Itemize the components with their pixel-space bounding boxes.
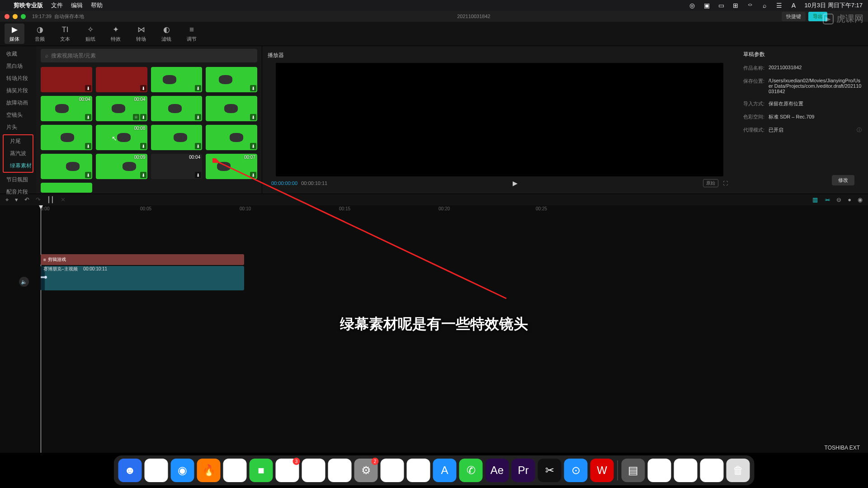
dock-app-icon[interactable]: ✆ [459,459,483,482]
modify-button[interactable]: 修改 [832,175,854,185]
asset-thumb[interactable]: ⬇ [41,125,92,150]
input-icon[interactable]: A [790,2,797,9]
download-icon[interactable]: ⬇ [85,172,91,178]
tab-特效[interactable]: ✦特效 [106,24,126,44]
status-icon[interactable]: ▣ [703,2,710,9]
sidebar-item[interactable]: 转场片段 [0,72,36,85]
dock-app-icon[interactable]: ⊞ [145,459,168,482]
grid-icon[interactable]: ⊞ [732,2,739,9]
spotlight-icon[interactable]: ⌕ [761,2,768,9]
asset-thumb[interactable]: ⬇ [206,125,257,150]
download-icon[interactable]: ⬇ [85,85,91,91]
download-icon[interactable]: ⬇ [140,85,146,91]
select-tool-icon[interactable]: ⌖ [5,196,9,204]
fullscreen-icon[interactable]: ⛶ [723,180,728,186]
sidebar-item[interactable]: 蒸汽波 [4,147,33,160]
tab-转场[interactable]: ⋈转场 [131,24,151,44]
video-preview[interactable] [276,63,723,176]
playhead[interactable] [41,205,41,453]
sidebar-item[interactable]: 节日氛围 [0,174,36,186]
asset-thumb[interactable]: 00:04⬇ [41,96,92,121]
dock-app-icon[interactable]: A [433,459,457,482]
app-name[interactable]: 剪映专业版 [14,1,43,9]
dock-app-icon[interactable]: ▭ [648,459,671,482]
dock-app-icon[interactable]: ▭ [700,459,724,482]
menu-file[interactable]: 文件 [51,1,63,9]
video-track[interactable]: 赛博朋克–主视频 00:00:10:11 [41,266,244,290]
snap-icon[interactable]: ▥ [812,196,818,203]
title-track[interactable]: ≡ 剪辑游戏 [41,254,244,265]
tab-调节[interactable]: ≡调节 [182,24,202,44]
sidebar-item[interactable]: 黑白场 [0,60,36,72]
asset-thumb[interactable]: ⬇ [206,67,257,92]
asset-thumb[interactable]: ⬇ [41,67,92,92]
dock-app-icon[interactable]: ✂ [538,459,561,482]
dock-app-icon[interactable]: ✎ [407,459,430,482]
play-button[interactable]: ▶ [513,180,518,187]
download-icon[interactable]: ⬇ [250,172,256,178]
asset-thumb[interactable]: ⬇ [96,67,147,92]
dock-app-icon[interactable]: ⊙ [564,459,588,482]
sidebar-item[interactable]: 片头 [0,121,36,133]
zoom-fit-icon[interactable]: ◉ [858,196,863,203]
asset-thumb[interactable]: ⬇ [151,125,203,150]
asset-thumb[interactable]: ⬇ [151,96,203,121]
download-icon[interactable]: ⬇ [140,172,146,178]
mute-button[interactable]: 🔈 [19,277,29,287]
tab-滤镜[interactable]: ◐滤镜 [156,24,176,44]
asset-thumb[interactable]: 00:04⬇ [151,154,203,179]
asset-thumb[interactable]: 00:09⬇ [96,154,147,179]
dropdown-icon[interactable]: ▾ [15,196,18,203]
download-icon[interactable]: ⬇ [85,143,91,149]
tab-文本[interactable]: TI文本 [55,24,75,44]
search-input[interactable]: ⌕ 搜索视频场景/元素 [41,49,257,62]
sidebar-item[interactable]: 搞笑片段 [0,85,36,97]
favorite-icon[interactable]: ☆ [133,114,139,120]
download-icon[interactable]: ⬇ [250,85,256,91]
sidebar-item[interactable]: 故障动画 [0,97,36,109]
screen-icon[interactable]: ▭ [717,2,725,9]
dock-app-icon[interactable]: 🔥 [197,459,221,482]
dock-app-icon[interactable]: ☻ [118,459,142,482]
download-icon[interactable]: ⬇ [195,143,201,149]
dock-app-icon[interactable]: Pr [512,459,535,482]
dock-app-icon[interactable]: ▤ [622,459,645,482]
undo-icon[interactable]: ↶ [24,196,29,203]
tab-媒体[interactable]: ▶媒体 [5,24,24,44]
dock-app-icon[interactable]: ✿ [223,459,247,482]
split-icon[interactable]: ┃┃ [47,196,54,203]
download-icon[interactable]: ⬇ [250,143,256,149]
zoom-slider[interactable]: ● [848,196,851,203]
tab-贴纸[interactable]: ✧贴纸 [80,24,100,44]
close-button[interactable] [5,14,9,19]
dock-app-icon[interactable]: 🗑 [726,459,750,482]
download-icon[interactable]: ⬇ [195,85,201,91]
dock-app-icon[interactable]: ▭ [302,459,326,482]
dock-app-icon[interactable]: ▮ [381,459,404,482]
download-icon[interactable]: ⬇ [140,114,146,120]
download-icon[interactable]: ⬇ [195,114,201,120]
minimize-button[interactable] [13,14,18,19]
dock-app-icon[interactable]: Ae [486,459,509,482]
tab-音频[interactable]: ◑音频 [30,24,50,44]
asset-thumb[interactable]: ⬇ [41,154,92,179]
download-icon[interactable]: ⬇ [195,172,201,178]
sidebar-item[interactable]: 绿幕素材 [4,160,33,172]
download-icon[interactable]: ⬇ [250,114,256,120]
ratio-button[interactable]: 原始 [703,179,718,187]
asset-thumb[interactable]: 00:07⬇ [206,154,257,179]
asset-thumb[interactable]: 00:04⬇☆ [96,96,147,121]
asset-thumb[interactable]: 00:08⬇ [96,125,147,150]
dock-app-icon[interactable]: ▭ [674,459,698,482]
zoom-out-icon[interactable]: ⊖ [836,196,841,203]
maximize-button[interactable] [21,14,26,19]
sidebar-item[interactable]: 片尾 [4,135,33,147]
dock-app-icon[interactable]: ■ [250,459,273,482]
menubar-datetime[interactable]: 10月3日 周日下午7:17 [804,1,863,9]
menu-help[interactable]: 帮助 [91,1,103,9]
dock-app-icon[interactable]: ◉ [171,459,194,482]
shortcut-button[interactable]: 快捷键 [782,12,806,21]
delete-icon[interactable]: ✕ [61,196,66,203]
dock-app-icon[interactable]: ▦ [328,459,352,482]
asset-thumb[interactable] [41,183,92,193]
